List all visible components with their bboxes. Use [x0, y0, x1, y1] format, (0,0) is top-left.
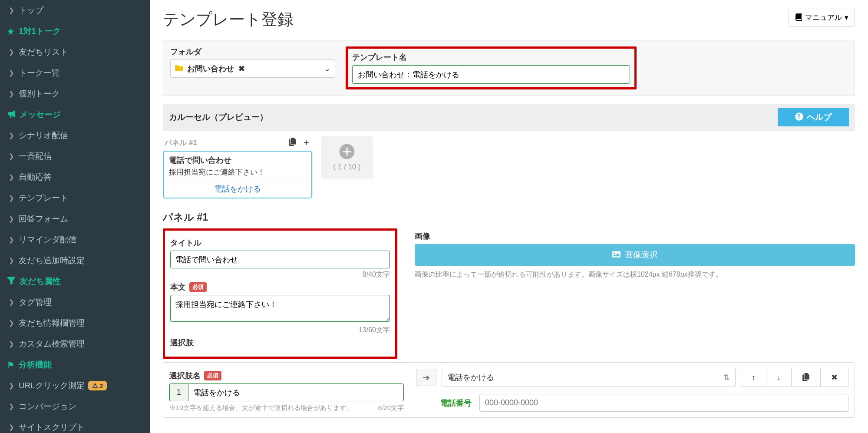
move-up-button[interactable]: ↑ [741, 368, 766, 387]
badge-count: 2 [99, 382, 103, 390]
chevron-right-icon: ❯ [9, 152, 14, 160]
flag-icon [7, 360, 14, 370]
choice-section-label: 選択肢 [170, 337, 390, 348]
arrow-right-icon[interactable]: ➔ [416, 369, 436, 386]
title-input[interactable] [170, 251, 390, 268]
choice-name-input[interactable] [188, 383, 404, 401]
chevron-down-icon: ⌄ [324, 64, 330, 73]
sidebar-item-site-script[interactable]: ❯サイトスクリプト [0, 417, 150, 433]
template-name-input[interactable] [352, 65, 630, 84]
sidebar-item-friend-info[interactable]: ❯友だち情報欄管理 [0, 313, 150, 334]
panel-editor: パネル #1 タイトル 8/40文字 本文必須 13/60文字 選択肢 画像 画… [163, 211, 855, 418]
sidebar-item-label: トーク一覧 [19, 67, 60, 79]
image-select-button[interactable]: 画像選択 [415, 244, 855, 266]
panel-card-body: 採用担当宛にご連絡下さい！ [169, 167, 306, 177]
choice-btn-group: ↑ ↓ ✖ [741, 368, 848, 387]
required-badge: 必須 [204, 371, 221, 380]
title-counter: 8/40文字 [170, 270, 390, 279]
copy-icon[interactable] [288, 138, 297, 147]
sidebar-item-friend-add-settings[interactable]: ❯友だち追加時設定 [0, 250, 150, 271]
sidebar-item-label: 回答フォーム [19, 213, 68, 225]
chevron-right-icon: ❯ [9, 423, 14, 431]
topbar: テンプレート登録 マニュアル ▾ [150, 0, 868, 35]
phone-label: 電話番号 [440, 398, 472, 408]
body-label-text: 本文 [170, 282, 186, 292]
folder-select[interactable]: お問い合わせ ✖ ⌄ [170, 59, 335, 78]
panel-card-label: パネル #1 [165, 138, 197, 148]
sidebar-item-form[interactable]: ❯回答フォーム [0, 208, 150, 229]
sidebar-item-label: 友だち情報欄管理 [19, 317, 85, 329]
help-button[interactable]: ヘルプ [778, 108, 849, 126]
sidebar-item-template[interactable]: ❯テンプレート [0, 188, 150, 208]
sidebar-item-label: 一斉配信 [19, 151, 52, 162]
funnel-icon [7, 277, 15, 286]
preview-body: パネル #1 ＋ 電話で問い合わせ 採用担当宛にご連絡下さい！ 電話をかける [163, 131, 855, 198]
sidebar-header-label: メッセージ [20, 109, 61, 120]
choice-name-row: 1 [169, 383, 404, 401]
sidebar-item-talk-list[interactable]: ❯トーク一覧 [0, 63, 150, 83]
choice-note-row: ※10文字を超える場合、文が途中で途切れる場合があります。 6/20文字 [169, 404, 404, 412]
move-down-button[interactable]: ↓ [766, 368, 792, 387]
action-select[interactable]: 電話をかける ⇅ [442, 368, 736, 387]
panel-card-wrap: パネル #1 ＋ 電話で問い合わせ 採用担当宛にご連絡下さい！ 電話をかける [163, 136, 312, 198]
panel-card-action[interactable]: 電話をかける [169, 181, 306, 194]
sidebar-item-broadcast[interactable]: ❯一斉配信 [0, 146, 150, 167]
sidebar-item-custom-search[interactable]: ❯カスタム検索管理 [0, 334, 150, 354]
choice-left: 選択肢名必須 1 ※10文字を超える場合、文が途中で途切れる場合があります。 6… [169, 368, 404, 412]
sidebar-header-talk[interactable]: 1対1トーク [0, 21, 150, 42]
sidebar: ❯トップ 1対1トーク ❯友だちリスト ❯トーク一覧 ❯個別トーク メッセージ … [0, 0, 150, 433]
updown-icon: ⇅ [723, 373, 730, 382]
sidebar-header-message[interactable]: メッセージ [0, 104, 150, 125]
choice-number: 1 [169, 383, 188, 401]
sidebar-item-label: テンプレート [19, 192, 68, 204]
sidebar-item-top[interactable]: ❯トップ [0, 0, 150, 21]
sidebar-item-individual-talk[interactable]: ❯個別トーク [0, 83, 150, 104]
sidebar-header-attribute[interactable]: 友だち属性 [0, 271, 150, 292]
sidebar-item-auto-reply[interactable]: ❯自動応答 [0, 167, 150, 188]
caret-down-icon: ▾ [845, 13, 848, 22]
choice-right: ➔ 電話をかける ⇅ ↑ ↓ ✖ [416, 368, 848, 412]
sidebar-item-reminder[interactable]: ❯リマインダ配信 [0, 229, 150, 250]
sidebar-item-label: トップ [19, 5, 43, 16]
choice-counter: 6/20文字 [378, 404, 404, 412]
duplicate-button[interactable] [792, 368, 821, 387]
phone-row: 電話番号 [416, 394, 848, 412]
sidebar-item-label: コンバージョン [19, 401, 76, 412]
manual-button[interactable]: マニュアル ▾ [789, 9, 855, 26]
close-icon[interactable]: ✖ [238, 64, 245, 73]
chevron-right-icon: ❯ [9, 340, 14, 348]
sidebar-header-analytics[interactable]: 分析機能 [0, 354, 150, 375]
choice-name-label: 選択肢名必須 [169, 370, 404, 381]
choice-name-label-text: 選択肢名 [169, 370, 201, 381]
chevron-right-icon: ❯ [9, 382, 14, 390]
sidebar-item-label: サイトスクリプト [19, 422, 85, 433]
plus-icon[interactable]: ＋ [302, 138, 310, 147]
choice-body: 選択肢名必須 1 ※10文字を超える場合、文が途中で途切れる場合があります。 6… [163, 362, 855, 418]
manual-button-label: マニュアル [805, 13, 842, 23]
body-counter: 13/60文字 [170, 326, 390, 335]
delete-button[interactable]: ✖ [821, 368, 848, 387]
sidebar-item-friend-list[interactable]: ❯友だちリスト [0, 42, 150, 63]
folder-label: フォルダ [170, 46, 335, 57]
chevron-right-icon: ❯ [9, 90, 14, 98]
sidebar-item-scenario[interactable]: ❯シナリオ配信 [0, 125, 150, 146]
panel-counter: ( 1 / 10 ) [333, 163, 360, 172]
image-note: 画像の比率によって一部が途切れる可能性があります。画像サイズは横1024px 縦… [415, 270, 855, 279]
panel-card[interactable]: 電話で問い合わせ 採用担当宛にご連絡下さい！ 電話をかける [163, 151, 312, 198]
chevron-right-icon: ❯ [9, 257, 14, 264]
sidebar-item-tag[interactable]: ❯タグ管理 [0, 292, 150, 313]
chevron-right-icon: ❯ [9, 132, 14, 139]
folder-template-panel: フォルダ お問い合わせ ✖ ⌄ テンプレート名 [163, 40, 855, 96]
image-field-label: 画像 [415, 231, 855, 241]
chevron-right-icon: ❯ [9, 236, 14, 244]
body-textarea[interactable] [170, 295, 390, 322]
chevron-right-icon: ❯ [9, 298, 14, 306]
sidebar-item-label: 友だちリスト [19, 46, 68, 58]
sidebar-item-conversion[interactable]: ❯コンバージョン [0, 396, 150, 417]
phone-input[interactable] [479, 394, 848, 412]
sidebar-header-label: 友だち属性 [20, 276, 61, 287]
add-plus-icon [339, 144, 355, 160]
chevron-right-icon: ❯ [9, 215, 14, 223]
sidebar-item-url-click[interactable]: ❯URLクリック測定⚠2 [0, 375, 150, 396]
add-panel-card[interactable]: ( 1 / 10 ) [321, 136, 373, 179]
